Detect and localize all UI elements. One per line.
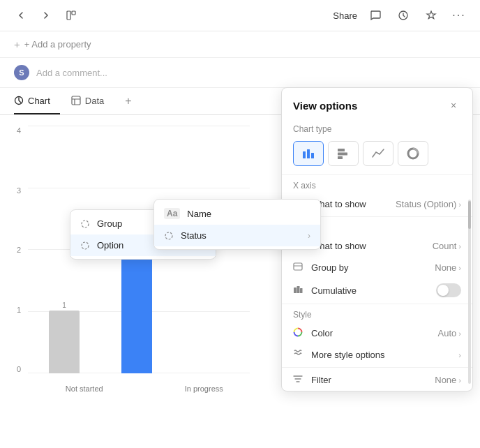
star-icon[interactable] [421,6,441,25]
panel-scroll[interactable]: Chart type [282,120,472,391]
status-item-icon [164,231,174,241]
panel-close-button[interactable]: × [446,98,461,113]
more-icon[interactable]: ··· [449,6,469,25]
panel-scrollbar [468,200,471,384]
cumulative-label: Cumulative [311,285,430,296]
cumulative-toggle[interactable] [436,283,461,297]
color-value: Auto › [438,328,461,338]
bar-value-1: 1 [62,301,66,309]
color-chevron: › [458,329,461,338]
y-label-1: 1 [7,306,21,314]
svg-rect-13 [294,288,297,293]
sub-dropdown: Aa Name Status › [153,199,321,250]
more-style-label: More style options [311,350,453,360]
panel-header: View options × [282,88,472,120]
x-label-2: In progress [165,384,243,393]
add-property-button[interactable]: + + Add a property [0,31,480,58]
svg-rect-14 [297,286,300,293]
y-axis-what-label: What to show [311,241,427,251]
group-by-label: Group by [311,262,429,273]
y-axis-group-by-row[interactable]: Group by None › [282,257,472,278]
more-style-icon [293,349,306,361]
forward-icon[interactable] [36,6,56,25]
svg-point-18 [82,242,89,249]
tab-chart[interactable]: Chart [14,89,60,114]
x-label-1: Not started [45,384,123,393]
bar-rect-1 [49,311,80,373]
add-property-label: + Add a property [24,39,91,50]
chart-type-bar[interactable] [293,141,324,166]
svg-rect-4 [72,96,80,105]
back-icon[interactable] [11,6,31,25]
color-label: Color [311,328,433,338]
svg-rect-0 [67,11,70,20]
name-type-badge: Aa [164,208,180,219]
chart-type-horizontal-bar[interactable] [328,141,359,166]
tab-data[interactable]: Data [71,89,114,114]
svg-rect-9 [338,153,347,156]
x-axis-what-value: Status (Option) › [396,199,461,209]
chart-type-label: Chart type [282,120,472,137]
y-label-4: 4 [7,126,21,135]
more-style-row[interactable]: More style options › [282,344,472,366]
share-button[interactable]: Share [333,10,357,21]
sub-item-name[interactable]: Aa Name [154,202,320,225]
more-style-chevron: › [458,351,461,359]
group-by-value: None › [435,262,461,273]
toggle-knob [437,285,449,296]
svg-rect-8 [338,149,345,151]
chart-tab-icon [14,96,24,105]
y-axis-what-value: Count › [433,241,461,251]
filter-chevron: › [458,376,461,384]
dropdown-item-group-label: Group [97,218,122,229]
svg-rect-5 [303,151,306,158]
y-label-3: 3 [7,186,21,195]
filter-section-label: Filter [311,375,429,385]
svg-rect-1 [72,11,75,15]
bar-not-started: 1 [49,301,80,373]
chart-type-donut[interactable] [398,141,428,166]
color-value-text: Auto [438,328,457,338]
svg-rect-7 [311,153,314,158]
comment-area: S Add a comment... [0,58,480,88]
sub-item-status-label: Status [181,230,207,241]
status-arrow-icon: › [308,231,310,241]
y-label-0: 0 [7,365,21,373]
scrollbar-thumb [468,201,471,229]
x-axis-chevron: › [458,200,461,209]
user-avatar: S [14,65,29,80]
cumulative-row[interactable]: Cumulative [282,278,472,302]
group-by-chevron: › [458,264,461,272]
color-row[interactable]: Color Auto › [282,322,472,344]
svg-rect-6 [307,149,310,158]
comment-input[interactable]: Add a comment... [36,68,107,78]
x-axis-label: X axis [282,177,472,193]
group-by-value-text: None [435,262,456,273]
x-axis-what-label: What to show [311,199,390,209]
y-label-2: 2 [7,246,21,254]
x-axis-value-text: Status (Option) [396,199,456,209]
sub-item-status[interactable]: Status › [154,225,320,246]
y-axis: 0 1 2 3 4 [7,126,21,373]
tab-data-label: Data [85,96,104,106]
clock-icon[interactable] [393,6,413,25]
chart-type-line[interactable] [363,141,393,166]
add-property-plus: + [14,38,20,50]
tab-chart-label: Chart [28,96,50,106]
filter-value: None › [435,375,461,385]
filter-value-text: None [435,375,456,385]
svg-rect-10 [338,156,343,159]
svg-rect-12 [294,263,302,270]
filter-row[interactable]: Filter None › [282,369,472,391]
comment-icon[interactable] [366,6,385,25]
layout-icon[interactable] [61,6,81,25]
cumulative-icon [293,285,306,297]
data-tab-icon [71,96,81,105]
panel-title: View options [293,100,357,112]
top-bar: Share ··· [0,0,480,31]
tab-add-button[interactable]: + [125,88,131,114]
group-by-icon [293,262,306,274]
y-axis-value-text: Count [433,241,457,251]
chart-type-row [282,137,472,173]
x-axis-labels: Not started In progress [38,384,250,393]
